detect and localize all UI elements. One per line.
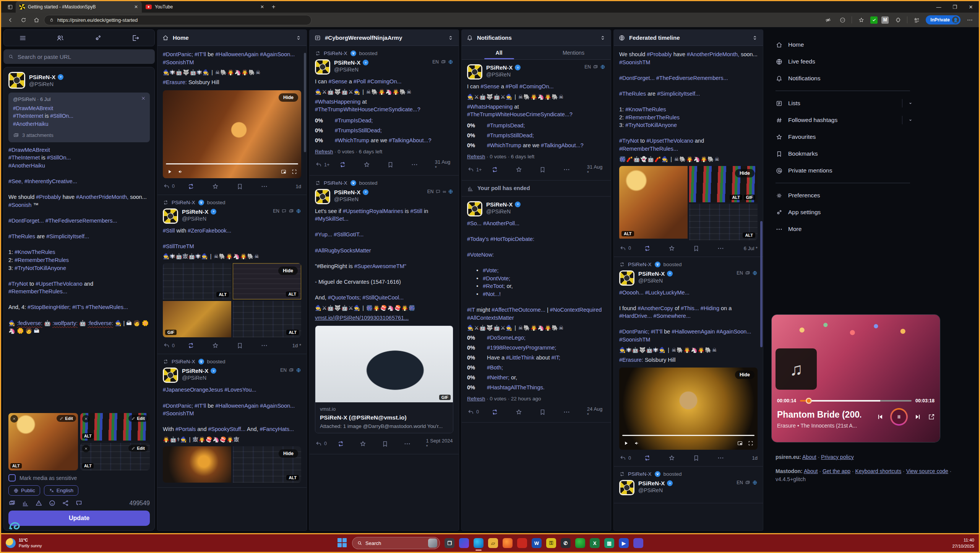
nav-bookmarks[interactable]: Bookmarks — [776, 145, 913, 162]
expand-chevron-icon[interactable] — [902, 99, 913, 107]
view-source-link[interactable]: View source code — [906, 468, 948, 474]
favourite-button[interactable] — [359, 440, 381, 447]
search-box[interactable] — [3, 49, 155, 64]
hide-media-button[interactable]: Hide — [279, 449, 298, 458]
play-icon[interactable] — [167, 169, 173, 175]
remove-attachment-icon[interactable] — [10, 415, 18, 423]
task-view-icon[interactable]: ❐ — [445, 538, 454, 548]
poll-option[interactable]: 0%#TrumpIsStillDead; — [315, 127, 453, 133]
more-button[interactable] — [563, 408, 587, 416]
nav-more[interactable]: More — [776, 221, 913, 237]
more-options-icon[interactable] — [837, 15, 848, 25]
boost-button[interactable] — [491, 166, 515, 173]
favourite-button[interactable] — [515, 408, 539, 416]
column-header-federated[interactable]: Federated timeline — [614, 30, 763, 46]
column-header-notifications[interactable]: Notifications — [462, 30, 611, 46]
more-button[interactable] — [261, 183, 285, 190]
language-badge[interactable]: EN — [737, 270, 743, 276]
bookmark-button[interactable] — [381, 440, 404, 447]
privacy-policy-link[interactable]: Privacy policy — [821, 454, 854, 460]
file-explorer-icon[interactable]: ▱ — [488, 538, 498, 548]
post-time[interactable]: 1d — [752, 455, 758, 461]
home-button[interactable] — [31, 15, 42, 25]
post-time[interactable]: 6 Jul * — [744, 246, 758, 251]
boost-button[interactable] — [644, 454, 668, 462]
scrollbar[interactable] — [304, 53, 306, 152]
local-only-icon[interactable] — [75, 499, 83, 507]
bookmark-button[interactable] — [387, 161, 411, 168]
post[interactable]: PSiReN-X boosted PSiReN-X @PSiReN EN — [157, 354, 307, 487]
restore-button[interactable]: ❐ — [947, 1, 963, 13]
media-player-icon[interactable]: ▶ — [619, 538, 629, 548]
hide-password-icon[interactable] — [823, 15, 833, 25]
avatar[interactable] — [163, 208, 178, 224]
menu-icon[interactable] — [19, 34, 27, 42]
user-header[interactable]: PSiReN-X @PSiReN EN — [619, 480, 758, 495]
poll-refresh-link[interactable]: Refresh — [315, 149, 333, 155]
language-badge[interactable]: EN — [280, 368, 287, 373]
nav-live-feeds[interactable]: Live feeds — [776, 53, 913, 70]
video-progress[interactable] — [622, 435, 754, 436]
xbox-icon[interactable] — [575, 538, 585, 548]
boost-button[interactable] — [339, 161, 363, 168]
media-image[interactable]: ALT — [233, 301, 301, 337]
reload-button[interactable] — [18, 15, 29, 25]
bookmark-button[interactable] — [236, 183, 261, 190]
notification-post[interactable]: PSiReN-X @PSiReN EN I can #Sense a #Poll… — [462, 60, 611, 181]
volume-icon[interactable] — [177, 169, 183, 175]
post-time[interactable]: 1d — [296, 184, 301, 189]
alt-badge[interactable]: ALT — [82, 433, 94, 439]
post[interactable]: PSiReN-X boosted PSiReN-X @PSiReN EN — [157, 195, 307, 355]
hide-media-button[interactable]: Hide — [279, 93, 298, 102]
about-link[interactable]: About — [802, 454, 816, 460]
alt-badge[interactable]: ALT — [10, 463, 22, 468]
language-badge[interactable]: EN — [427, 189, 434, 194]
avatar[interactable] — [315, 59, 330, 75]
poll-option[interactable]: 0%#HashtagAllTheThings. — [467, 384, 605, 390]
avatar[interactable] — [315, 189, 330, 204]
extension-m-icon[interactable]: M — [881, 16, 889, 24]
tab-close-icon[interactable]: ✕ — [260, 4, 264, 10]
user-header[interactable]: PSiReN-X @PSiReN EN — [467, 64, 605, 80]
privacy-button[interactable]: Public — [8, 485, 40, 496]
tab-all[interactable]: All — [462, 46, 536, 59]
column-header-home[interactable]: Home — [157, 30, 307, 46]
more-button[interactable] — [261, 342, 285, 349]
remove-attachment-icon[interactable] — [82, 445, 90, 452]
poll-option[interactable]: 0%#1998RecoveryProgramme; — [467, 345, 605, 351]
attachment-image[interactable]: Edit ALT — [80, 443, 150, 470]
bookmark-button[interactable] — [693, 245, 717, 252]
alt-badge[interactable]: ALT — [82, 463, 94, 468]
nav-followed-hashtags[interactable]: Followed hashtags — [776, 112, 913, 128]
post-link[interactable]: vmst.io/@PSiReN/10993031065761... — [315, 315, 409, 321]
get-the-app-link[interactable]: Get the app — [823, 468, 850, 474]
reply-button[interactable]: 0 — [467, 408, 491, 416]
hide-media-button[interactable]: Hide — [278, 267, 298, 275]
people-icon[interactable] — [56, 34, 64, 42]
post-time[interactable]: 31 Aug * — [435, 159, 453, 171]
close-icon[interactable] — [141, 96, 146, 101]
post-time[interactable]: 1d * — [292, 343, 301, 348]
boost-button[interactable] — [337, 440, 359, 447]
more-button[interactable] — [563, 166, 587, 173]
search-input[interactable] — [18, 54, 150, 60]
boost-button[interactable] — [187, 342, 212, 349]
nav-private-mentions[interactable]: Private mentions — [776, 162, 913, 179]
language-badge[interactable]: EN — [584, 64, 591, 70]
tab-mentions[interactable]: Mentions — [536, 46, 611, 59]
collapse-icon[interactable] — [751, 34, 758, 41]
reply-button[interactable]: 1+ — [467, 166, 491, 173]
more-button[interactable] — [717, 245, 741, 252]
weather-widget[interactable]: 11°C Partly sunny — [6, 537, 42, 549]
excel-icon[interactable]: X — [590, 538, 600, 548]
volume-icon[interactable] — [634, 440, 640, 446]
notification-post[interactable]: PSiReN-X @PSiReN #So... #AnotherPoll... … — [462, 196, 611, 423]
back-button[interactable] — [5, 15, 16, 25]
favourite-button[interactable] — [515, 166, 539, 173]
reply-button[interactable]: 0 — [619, 454, 644, 462]
avatar[interactable] — [467, 201, 482, 216]
user-header[interactable]: PSiReN-X @PSiReN EN — [619, 270, 758, 286]
mastodon-about-link[interactable]: About — [804, 468, 818, 474]
poll-option[interactable]: 0%#TrumpIsDead; — [315, 117, 453, 124]
media-image[interactable]: HideALTGIF — [689, 166, 758, 202]
